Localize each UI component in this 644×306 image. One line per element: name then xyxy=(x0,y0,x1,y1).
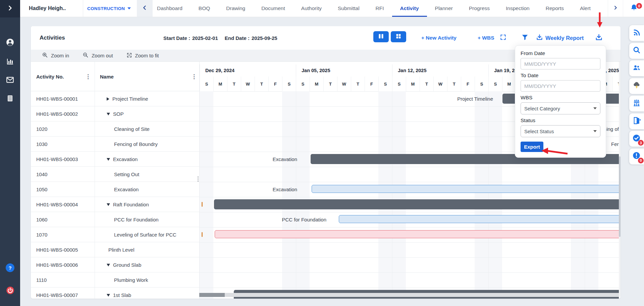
collapse-caret-icon[interactable] xyxy=(107,158,110,161)
zoom-out-button[interactable]: Zoom out xyxy=(83,52,113,59)
table-row[interactable]: HH01-WBS-00004Raft Foundation xyxy=(31,197,199,212)
grid-view-button[interactable] xyxy=(391,31,406,42)
sidebar-expand-button[interactable] xyxy=(0,0,20,17)
table-row[interactable]: HH01-WBS-00002SOP xyxy=(31,106,199,121)
end-date-value: 2025-09-25 xyxy=(252,35,277,41)
right-sidebar-item-search[interactable] xyxy=(629,43,644,59)
activity-name-text: Cleaning of Site xyxy=(114,126,150,132)
gantt-day-label: F xyxy=(365,76,378,91)
right-sidebar-item-users[interactable] xyxy=(629,60,644,76)
gantt-row xyxy=(200,227,619,242)
collapse-caret-icon[interactable] xyxy=(107,264,110,266)
logout-button[interactable] xyxy=(0,284,20,298)
table-row[interactable]: 1030Fencing of Boundry xyxy=(31,137,199,152)
zoom-to-fit-button[interactable]: Zoom to fit xyxy=(126,52,159,59)
table-row[interactable]: 1060PCC for Foundation xyxy=(31,212,199,227)
wbs-select[interactable]: Select Category xyxy=(521,102,600,114)
activity-name-text: Setting Out xyxy=(114,171,139,177)
board-view-button[interactable] xyxy=(373,31,389,42)
table-row[interactable]: HH01-WBS-00006Ground Slab xyxy=(31,257,199,272)
gantt-bar-label: Fencing of Boundry xyxy=(611,137,619,152)
count-badge: 3 xyxy=(638,140,644,146)
milestone-tick xyxy=(202,202,203,207)
activity-no-cell: 1040 xyxy=(36,167,47,182)
sidebar-item-building[interactable] xyxy=(0,92,20,106)
gantt-bar-label: Excavation xyxy=(273,152,297,167)
scrollbar-thumb[interactable] xyxy=(619,156,621,237)
gantt-bar-progress[interactable] xyxy=(339,215,619,223)
to-date-input[interactable] xyxy=(521,80,600,92)
help-button[interactable] xyxy=(0,260,20,275)
table-row[interactable]: HH01-WBS-000071st Slab xyxy=(31,288,199,299)
export-button[interactable]: Export xyxy=(521,142,543,152)
sidebar-item-mail[interactable] xyxy=(0,73,20,88)
gantt-day-label: M xyxy=(310,76,323,91)
fullscreen-icon xyxy=(500,34,506,42)
activity-name-cell: Plumbing Work xyxy=(95,272,199,288)
tab-planner[interactable]: Planner xyxy=(427,0,461,17)
tab-boq[interactable]: BOQ xyxy=(191,0,218,17)
tab-reports[interactable]: Reports xyxy=(538,0,572,17)
gantt-row: PCC for Foundation xyxy=(200,212,619,227)
zoom-out-icon xyxy=(83,52,89,59)
date-range: Start Date :2025-02-01 End Date :2025-09… xyxy=(163,26,277,50)
gantt-bar-label: Project Timeline xyxy=(457,91,493,106)
gantt-day-label: M xyxy=(502,76,516,91)
zoom-in-button[interactable]: Zoom in xyxy=(42,52,69,59)
add-wbs-button[interactable]: + WBS xyxy=(478,26,494,50)
tabs-scroll-left-button[interactable] xyxy=(137,0,153,17)
table-row[interactable]: 1110Plumbing Work xyxy=(31,272,199,288)
activity-no-cell: 1060 xyxy=(36,212,47,227)
scrollbar-thumb[interactable] xyxy=(199,293,225,297)
table-row[interactable]: 1050Excavation xyxy=(31,182,199,197)
avatar-icon xyxy=(6,38,14,48)
collapse-caret-icon[interactable] xyxy=(107,294,110,297)
module-selector[interactable]: CONSTRUCTION xyxy=(87,0,131,17)
tab-alert[interactable]: Alert xyxy=(572,0,599,17)
gantt-bar-summary[interactable] xyxy=(214,199,619,209)
table-row[interactable]: 1020Cleaning of Site xyxy=(31,121,199,137)
gantt-bar-progress[interactable] xyxy=(312,185,619,193)
sidebar-item-avatar[interactable] xyxy=(0,36,20,50)
notifications-button[interactable]: 0 xyxy=(624,0,644,17)
gantt-vertical-scrollbar[interactable] xyxy=(619,62,621,297)
table-row[interactable]: HH01-WBS-00005Plinth Level xyxy=(31,242,199,257)
activity-name-cell: 1st Slab xyxy=(95,288,199,299)
right-sidebar-item-rss[interactable] xyxy=(629,25,644,41)
right-sidebar-item-storm[interactable] xyxy=(629,78,644,94)
right-sidebar-item-meeting[interactable] xyxy=(629,96,644,111)
from-date-input[interactable] xyxy=(521,58,600,69)
tab-dashboard[interactable]: Dashboard xyxy=(149,0,191,17)
gantt-bar-critical[interactable] xyxy=(215,230,619,238)
new-activity-button[interactable]: + New Activity xyxy=(421,26,457,50)
tab-submittal[interactable]: Submittal xyxy=(330,0,368,17)
tab-drawing[interactable]: Drawing xyxy=(218,0,253,17)
status-select[interactable]: Select Status xyxy=(521,125,600,137)
collapse-caret-icon[interactable] xyxy=(107,203,110,206)
table-row[interactable]: 1040Setting Out xyxy=(31,167,199,182)
table-row[interactable]: 1070Leveling of Surface for PCC xyxy=(31,227,199,242)
collapse-caret-icon[interactable] xyxy=(107,113,110,115)
table-row[interactable]: HH01-WBS-00003Excavation xyxy=(31,152,199,167)
gantt-horizontal-scrollbar[interactable] xyxy=(199,293,619,297)
tabs-scroll-right-button[interactable] xyxy=(608,0,623,17)
tab-authority[interactable]: Authority xyxy=(293,0,330,17)
tab-rfi[interactable]: RFI xyxy=(368,0,392,17)
tab-activity[interactable]: Activity xyxy=(392,0,427,17)
module-tabs: DashboardBOQDrawingDocumentAuthoritySubm… xyxy=(149,0,599,17)
table-row[interactable]: HH01-WBS-00001Project Timeline xyxy=(31,91,199,106)
right-sidebar-item-approvals[interactable]: 3 xyxy=(629,131,644,147)
tab-progress[interactable]: Progress xyxy=(461,0,498,17)
building-icon xyxy=(6,94,14,104)
fullscreen-button[interactable] xyxy=(500,26,506,50)
tab-document[interactable]: Document xyxy=(253,0,293,17)
right-sidebar-item-alerts[interactable]: 0 xyxy=(629,149,644,164)
tab-inspection[interactable]: Inspection xyxy=(498,0,538,17)
right-sidebar-item-exit[interactable] xyxy=(629,113,644,129)
expand-caret-icon[interactable] xyxy=(107,97,109,101)
column-menu-button[interactable]: ⋮ xyxy=(191,62,197,91)
sidebar-item-bar-chart[interactable] xyxy=(0,55,20,69)
column-menu-button[interactable]: ⋮ xyxy=(85,62,91,91)
rss-icon xyxy=(633,29,641,38)
column-resize-handle[interactable] xyxy=(198,176,199,182)
